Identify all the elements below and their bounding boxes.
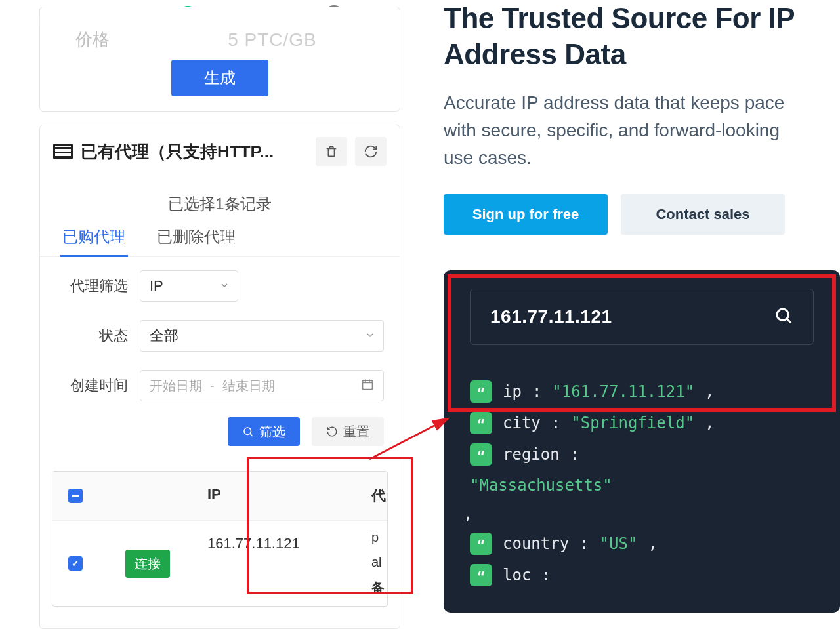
proxy302-panel: ∞ Proxy302 i 价格 5 PTC/GB 生成 已有代理（只支持HTTP… bbox=[0, 0, 420, 629]
kv-region: region: "Massachusetts", bbox=[470, 443, 814, 523]
ip-lookup-terminal: 161.77.11.121 ip: "161.77.11.121", city:… bbox=[444, 270, 840, 613]
val-city: "Springfield" bbox=[571, 414, 694, 432]
cutoff-text-1: p bbox=[371, 530, 383, 545]
val-ip: "161.77.11.121" bbox=[552, 382, 694, 401]
kv-ip: ip: "161.77.11.121", bbox=[470, 380, 814, 403]
reset-button[interactable]: 重置 bbox=[312, 417, 384, 446]
delete-button[interactable] bbox=[316, 137, 347, 166]
tab-deleted[interactable]: 已删除代理 bbox=[154, 220, 238, 256]
val-region: "Massachusetts" bbox=[470, 476, 814, 495]
status-value: 全部 bbox=[150, 326, 178, 346]
cutoff-text-3: 备 bbox=[371, 579, 383, 597]
hero-subtitle: Accurate IP address data that keeps pace… bbox=[444, 89, 785, 172]
val-country: "US" bbox=[600, 535, 638, 553]
status-select[interactable]: 全部 bbox=[140, 320, 384, 352]
tab-purchased[interactable]: 已购代理 bbox=[60, 220, 128, 256]
card-title: 已有代理（只支持HTTP... bbox=[81, 140, 308, 163]
chevron-down-icon bbox=[219, 277, 230, 294]
proxy-tabs: 已购代理 已删除代理 bbox=[40, 220, 400, 257]
quote-icon bbox=[470, 443, 492, 466]
proxy-filter-label: 代理筛选 bbox=[56, 276, 128, 296]
signup-button[interactable]: Sign up for free bbox=[444, 194, 608, 235]
table-row: 连接 161.77.11.121 p al 备 bbox=[52, 521, 387, 606]
create-time-label: 创建时间 bbox=[56, 376, 128, 396]
refresh-button[interactable] bbox=[355, 137, 387, 166]
key-city: city bbox=[503, 414, 541, 432]
filter-button-label: 筛选 bbox=[259, 423, 285, 441]
proxy-filter-value: IP bbox=[150, 277, 163, 294]
end-date-placeholder: 结束日期 bbox=[222, 377, 275, 395]
key-loc: loc bbox=[503, 566, 531, 584]
kv-city: city: "Springfield", bbox=[470, 412, 814, 434]
ip-data-list: ip: "161.77.11.121", city: "Springfield"… bbox=[470, 380, 814, 586]
price-value: 5 PTC/GB bbox=[145, 30, 400, 51]
ipinfo-panel: The Trusted Source For IP Address Data A… bbox=[420, 0, 840, 629]
chevron-down-icon bbox=[365, 327, 375, 344]
proxy-table: IP 代 连接 161.77.11.121 p al 备 bbox=[52, 471, 388, 607]
cutoff-text-2: al bbox=[371, 555, 383, 570]
key-region: region bbox=[503, 445, 560, 464]
quote-icon bbox=[470, 412, 492, 434]
start-date-placeholder: 开始日期 bbox=[150, 377, 202, 395]
price-label: 价格 bbox=[40, 28, 145, 51]
quote-icon bbox=[470, 533, 492, 555]
svg-point-1 bbox=[244, 428, 251, 435]
quote-icon bbox=[470, 380, 492, 403]
status-label: 状态 bbox=[56, 326, 128, 346]
table-icon bbox=[53, 144, 73, 159]
col-header-ip: IP bbox=[197, 472, 368, 520]
contact-sales-button[interactable]: Contact sales bbox=[621, 194, 785, 235]
connect-badge[interactable]: 连接 bbox=[125, 550, 170, 578]
hero-title: The Trusted Source For IP Address Data bbox=[444, 0, 840, 72]
quote-icon bbox=[470, 564, 492, 586]
svg-point-2 bbox=[777, 309, 789, 321]
key-ip: ip bbox=[503, 382, 522, 401]
search-ip-value: 161.77.11.121 bbox=[490, 306, 774, 327]
filter-button[interactable]: 筛选 bbox=[228, 417, 300, 446]
svg-rect-0 bbox=[363, 380, 373, 389]
table-header: IP 代 bbox=[52, 472, 387, 521]
proxy-filter-select[interactable]: IP bbox=[140, 270, 238, 302]
generate-card: 价格 5 PTC/GB 生成 bbox=[39, 7, 400, 112]
calendar-icon bbox=[361, 378, 374, 394]
search-icon[interactable] bbox=[774, 306, 793, 328]
row-ip-value: 161.77.11.121 bbox=[197, 521, 368, 606]
proxy-list-card: 已有代理（只支持HTTP... 已选择1条记录 已购代理 已删除代理 代理筛选 … bbox=[39, 125, 400, 629]
selection-count: 已选择1条记录 bbox=[40, 178, 400, 220]
col-header-rest: 代 bbox=[368, 472, 387, 520]
date-range-picker[interactable]: 开始日期 - 结束日期 bbox=[140, 370, 384, 401]
select-all-checkbox[interactable] bbox=[68, 489, 83, 503]
key-country: country bbox=[503, 535, 569, 553]
kv-loc: loc: bbox=[470, 564, 814, 586]
kv-country: country: "US", bbox=[470, 533, 814, 555]
reset-button-label: 重置 bbox=[343, 423, 369, 441]
generate-button[interactable]: 生成 bbox=[171, 60, 268, 96]
ip-search-box[interactable]: 161.77.11.121 bbox=[470, 289, 814, 345]
range-separator: - bbox=[210, 378, 215, 394]
row-checkbox[interactable] bbox=[68, 556, 83, 571]
